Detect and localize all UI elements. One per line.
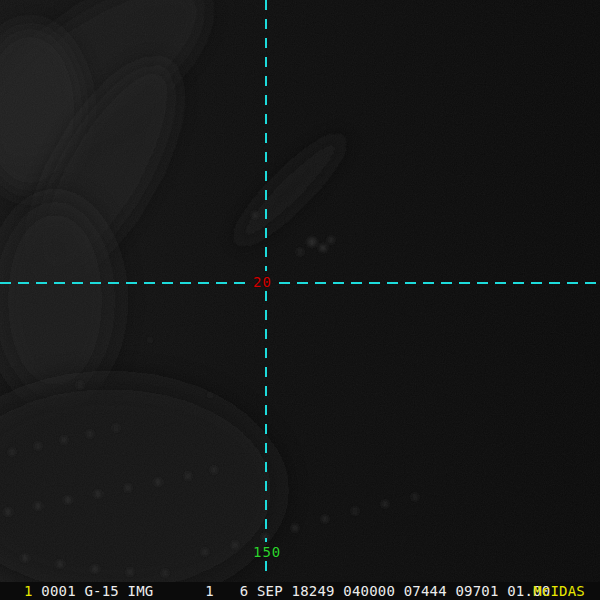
frame-number: 1 [24, 583, 33, 599]
cursor-col-label: 150 [253, 545, 281, 559]
cursor-row-label: 20 [253, 275, 272, 289]
mcidas-image-window: 20 150 1 0001 G-15 IMG 1 6 SEP 18249 040… [0, 0, 600, 600]
status-bar: 1 0001 G-15 IMG 1 6 SEP 18249 040000 074… [0, 582, 600, 600]
image-info-text: 0001 G-15 IMG 1 6 SEP 18249 040000 07444… [33, 583, 551, 599]
status-text-line: 1 0001 G-15 IMG 1 6 SEP 18249 040000 074… [24, 584, 550, 598]
mcidas-brand-label: McIDAS [533, 584, 585, 598]
crosshair-overlay [0, 0, 600, 600]
